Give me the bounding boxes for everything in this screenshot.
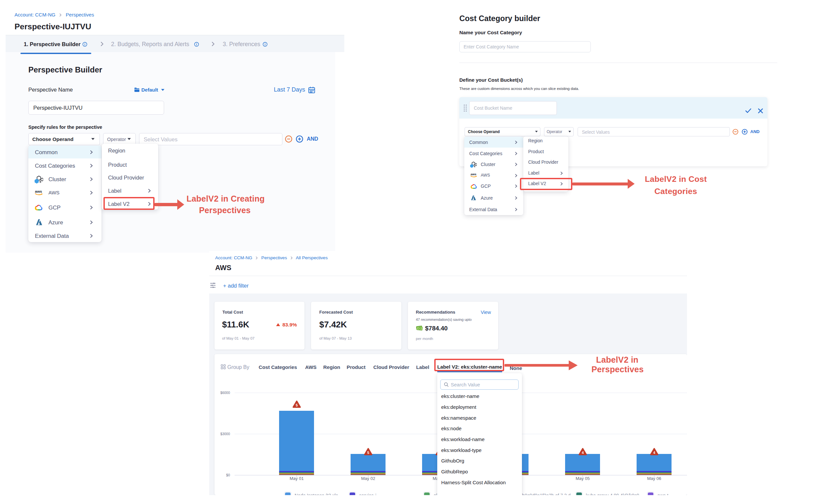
svg-text:5: 5: [367, 451, 369, 454]
svg-text:4: 4: [581, 451, 584, 454]
svg-text:5: 5: [295, 403, 297, 407]
svg-text:4: 4: [653, 451, 655, 454]
svg-text:aws: aws: [470, 172, 477, 176]
svg-text:aws: aws: [35, 189, 42, 194]
